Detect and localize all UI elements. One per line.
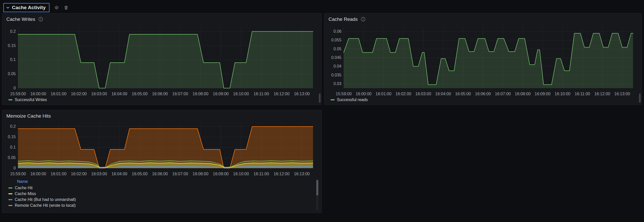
legend-swatch	[8, 199, 12, 200]
svg-text:16:06:00: 16:06:00	[152, 172, 168, 176]
legend-swatch	[8, 193, 12, 194]
svg-text:16:00:00: 16:00:00	[356, 92, 371, 96]
svg-text:16:05:00: 16:05:00	[455, 92, 471, 96]
legend-label: Remote Cache Hit (wrote to local)	[15, 203, 76, 208]
svg-text:15:59:00: 15:59:00	[336, 92, 352, 96]
info-icon[interactable]	[38, 17, 43, 22]
svg-text:0.05: 0.05	[334, 47, 341, 51]
svg-text:16:01:00: 16:01:00	[51, 92, 67, 96]
panel-header[interactable]: Memoize Cache Hits	[2, 110, 321, 119]
svg-text:16:10:00: 16:10:00	[555, 92, 570, 96]
svg-text:16:13:00: 16:13:00	[294, 92, 310, 96]
svg-text:0.15: 0.15	[8, 135, 16, 139]
panel-title[interactable]: Cache Writes	[6, 17, 35, 22]
svg-text:16:12:00: 16:12:00	[274, 92, 289, 96]
legend-scrollbar-thumb[interactable]	[316, 180, 318, 196]
legend-label: Cache Hit (But had to unmarshall)	[15, 197, 76, 202]
svg-text:0.055: 0.055	[331, 38, 341, 42]
svg-text:16:02:00: 16:02:00	[71, 172, 87, 176]
svg-text:16:03:00: 16:03:00	[91, 92, 107, 96]
memoize-cache-hits-chart[interactable]: 15:59:0016:00:0016:01:0016:02:0016:03:00…	[4, 120, 320, 179]
svg-text:16:07:00: 16:07:00	[172, 92, 188, 96]
svg-text:16:11:00: 16:11:00	[575, 92, 590, 96]
legend-item[interactable]: Successful Writes	[8, 98, 47, 102]
svg-text:16:02:00: 16:02:00	[71, 92, 87, 96]
legend-item[interactable]: Successful reads	[331, 98, 368, 102]
svg-text:16:02:00: 16:02:00	[395, 92, 411, 96]
svg-text:16:09:00: 16:09:00	[535, 92, 550, 96]
svg-text:16:12:00: 16:12:00	[274, 172, 289, 176]
panel-memoize-cache-hits: Memoize Cache Hits 15:59:0016:00:0016:01…	[2, 110, 322, 213]
legend: Successful Writes	[8, 98, 47, 102]
svg-text:16:11:00: 16:11:00	[254, 92, 269, 96]
svg-text:0.2: 0.2	[10, 124, 16, 129]
legend-swatch	[8, 205, 12, 206]
panel-scrollbar[interactable]	[319, 93, 321, 103]
svg-text:16:04:00: 16:04:00	[111, 92, 127, 96]
panel-title[interactable]: Memoize Cache Hits	[6, 113, 51, 119]
legend-header-name[interactable]: Name	[17, 179, 76, 184]
svg-text:16:11:00: 16:11:00	[254, 172, 269, 176]
svg-text:16:06:00: 16:06:00	[475, 92, 491, 96]
svg-text:0.05: 0.05	[8, 72, 16, 76]
svg-text:16:05:00: 16:05:00	[132, 92, 147, 96]
svg-text:16:12:00: 16:12:00	[594, 92, 610, 96]
legend-swatch	[8, 187, 12, 188]
svg-text:16:13:00: 16:13:00	[294, 172, 310, 176]
chevron-down-icon	[6, 6, 10, 10]
legend: Successful reads	[331, 98, 368, 102]
svg-text:0: 0	[13, 166, 16, 170]
legend-item[interactable]: Cache Miss	[8, 192, 76, 196]
panel-header[interactable]: Cache Writes	[2, 13, 321, 23]
svg-text:16:03:00: 16:03:00	[91, 172, 107, 176]
svg-text:16:09:00: 16:09:00	[213, 172, 228, 176]
cache-writes-chart[interactable]: 15:59:0016:00:0016:01:0016:02:0016:03:00…	[4, 23, 320, 99]
svg-text:16:10:00: 16:10:00	[233, 172, 249, 176]
legend-label: Successful Writes	[15, 98, 47, 102]
svg-text:16:09:00: 16:09:00	[213, 92, 228, 96]
svg-text:16:00:00: 16:00:00	[30, 172, 46, 176]
svg-text:16:06:00: 16:06:00	[152, 92, 168, 96]
svg-text:0.03: 0.03	[334, 82, 341, 86]
svg-text:16:04:00: 16:04:00	[435, 92, 451, 96]
svg-text:16:08:00: 16:08:00	[193, 172, 208, 176]
svg-text:16:01:00: 16:01:00	[51, 172, 67, 176]
panel-header[interactable]: Cache Reads	[324, 13, 641, 23]
svg-text:16:08:00: 16:08:00	[515, 92, 531, 96]
svg-text:16:10:00: 16:10:00	[233, 92, 249, 96]
legend-item[interactable]: Cache Hit	[8, 186, 76, 190]
row-title: Cache Activity	[12, 5, 46, 10]
svg-text:0.045: 0.045	[331, 55, 341, 60]
legend-swatch	[8, 99, 12, 100]
svg-text:0: 0	[13, 86, 16, 90]
svg-text:0.06: 0.06	[334, 29, 341, 34]
legend-swatch	[331, 99, 335, 100]
svg-text:0.2: 0.2	[10, 29, 16, 34]
legend-label: Successful reads	[337, 98, 368, 102]
gear-icon[interactable]	[54, 5, 59, 10]
legend-item[interactable]: Cache Hit (But had to unmarshall)	[8, 197, 76, 202]
svg-text:16:00:00: 16:00:00	[30, 92, 46, 96]
legend-label: Cache Miss	[15, 192, 36, 196]
panel-cache-reads: Cache Reads 15:59:0016:00:0016:01:0016:0…	[324, 13, 642, 105]
cache-reads-chart[interactable]: 15:59:0016:00:0016:01:0016:02:0016:03:00…	[326, 23, 640, 99]
svg-text:16:13:00: 16:13:00	[614, 92, 630, 96]
svg-text:0.035: 0.035	[331, 73, 341, 77]
row-collapse-toggle[interactable]: Cache Activity	[3, 3, 49, 12]
svg-text:16:07:00: 16:07:00	[172, 172, 188, 176]
svg-text:16:07:00: 16:07:00	[495, 92, 511, 96]
info-icon[interactable]	[361, 17, 366, 22]
svg-text:15:59:00: 15:59:00	[10, 92, 26, 96]
svg-text:15:59:00: 15:59:00	[10, 172, 26, 176]
svg-text:0.1: 0.1	[10, 145, 16, 149]
panel-scrollbar[interactable]	[639, 93, 641, 103]
legend-scrollbar[interactable]	[316, 179, 318, 211]
legend-label: Cache Hit	[15, 186, 32, 190]
svg-text:0.05: 0.05	[8, 155, 16, 160]
panel-title[interactable]: Cache Reads	[328, 17, 358, 22]
legend: NameCache HitCache MissCache Hit (But ha…	[8, 179, 76, 208]
svg-text:16:03:00: 16:03:00	[415, 92, 431, 96]
legend-item[interactable]: Remote Cache Hit (wrote to local)	[8, 203, 76, 208]
dashboard-row-header: Cache Activity	[3, 3, 69, 13]
trash-icon[interactable]	[64, 5, 69, 10]
